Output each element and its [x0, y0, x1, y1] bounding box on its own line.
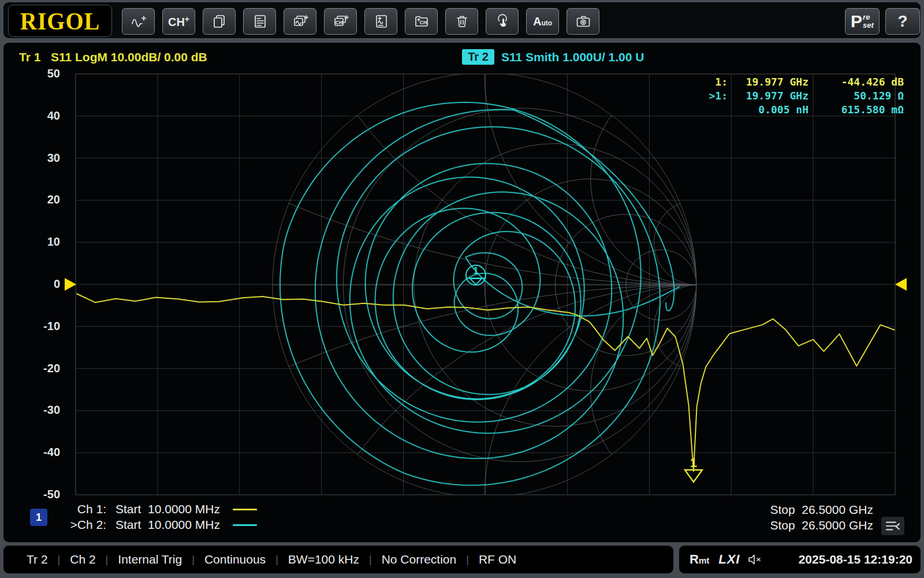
status-item-internal-trig[interactable]: Internal Trig: [118, 553, 182, 566]
status-bar: Tr 2|Ch 2|Internal Trig|Continuous|BW=10…: [3, 546, 673, 573]
marker-readout-label-3: [679, 103, 728, 116]
report-button[interactable]: [243, 8, 276, 35]
help-icon: ?: [897, 13, 907, 29]
channel-start: Start 10.0000 MHz: [116, 518, 220, 532]
trace-color-swatch: [233, 524, 257, 526]
trace2-info: S11 Smith 1.000U/ 1.00 U: [501, 50, 644, 64]
y-tick--50: -50: [18, 488, 60, 501]
status-item-no-correction[interactable]: No Correction: [382, 553, 457, 566]
display-area: [3, 43, 921, 542]
rigol-logo: RIGOL: [8, 5, 112, 37]
channel-stop-2: Stop 26.5000 GHz: [752, 518, 873, 532]
delete-button[interactable]: [445, 8, 478, 35]
page-badge[interactable]: 1: [30, 509, 47, 526]
win-wave-icon: [292, 14, 308, 29]
y-tick-50: 50: [18, 67, 60, 80]
y-tick-40: 40: [18, 109, 60, 123]
touch-button[interactable]: [486, 8, 519, 35]
preset-icon: P re set: [851, 13, 874, 30]
status-item-tr-2[interactable]: Tr 2: [27, 553, 48, 566]
status-separator: |: [58, 554, 61, 566]
status-separator: |: [466, 554, 469, 566]
copy-trace-button[interactable]: [203, 8, 236, 35]
y-tick--30: -30: [18, 403, 60, 417]
marker-readout-value-2: 50.129 Ω: [808, 89, 904, 102]
status-separator: |: [192, 554, 195, 566]
screenshot-button[interactable]: [567, 8, 599, 35]
window-trace-add-button[interactable]: [284, 8, 316, 35]
y-tick--40: -40: [18, 446, 60, 459]
channel-add-button[interactable]: CH+: [162, 8, 195, 35]
system-status-bar: Rmt LXI 2025-08-15 12:19:20: [679, 546, 921, 573]
copy-icon: [211, 14, 228, 29]
marker-readout-freq-3: 0.005 nH: [728, 103, 808, 116]
marker-readout-value-1: -44.426 dB: [808, 75, 904, 88]
y-tick-20: 20: [18, 193, 60, 206]
auto-scale-label: Auto: [533, 16, 552, 27]
y-tick--20: -20: [18, 362, 60, 375]
trace2-label[interactable]: Tr 2: [462, 49, 494, 65]
camera-icon: [575, 14, 591, 29]
collapse-menu-button[interactable]: [881, 517, 904, 535]
channel-stop-1: Stop 26.5000 GHz: [752, 503, 873, 517]
marker-readout-label-1: 1:: [679, 75, 728, 88]
channel-start: Start 10.0000 MHz: [116, 502, 220, 516]
marker-readout-value-3: 615.580 mΩ: [808, 103, 904, 116]
setup-trace-button[interactable]: [364, 8, 397, 35]
trace-color-swatch: [233, 509, 257, 510]
svg-text:CH: CH: [419, 20, 426, 25]
status-separator: |: [369, 554, 372, 566]
status-separator: |: [106, 554, 109, 566]
marker-readout-freq-1: 19.977 GHz: [728, 75, 808, 88]
help-button[interactable]: ?: [885, 8, 920, 35]
rigol-logo-text: RIGOL: [20, 6, 100, 36]
collapse-icon: [884, 520, 901, 532]
touch-icon: [494, 14, 511, 29]
status-item-ch-2[interactable]: Ch 2: [70, 553, 95, 566]
vna-screen: RIGOL CH+CHCHAuto P re set ? 11 Tr 1 S11…: [0, 0, 924, 578]
channel-label: >Ch 2:: [65, 518, 106, 532]
file-channel-button[interactable]: CH: [405, 8, 438, 35]
status-item-bw-100-khz[interactable]: BW=100 kHz: [288, 553, 359, 566]
clip-wave-icon: [373, 14, 389, 29]
channel-row-1: Ch 1:Start 10.0000 MHz: [65, 502, 257, 517]
trace-add-button[interactable]: [122, 8, 155, 35]
channel-row-2: >Ch 2:Start 10.0000 MHz: [65, 517, 257, 532]
preset-button[interactable]: P re set: [845, 8, 880, 35]
y-tick-0: 0: [18, 277, 60, 291]
y-tick-10: 10: [18, 235, 60, 249]
status-item-continuous[interactable]: Continuous: [204, 553, 266, 566]
window-channel-add-button[interactable]: CH: [324, 8, 357, 35]
marker-readout: 1:19.977 GHz-44.426 dB>1:19.977 GHz50.12…: [679, 75, 904, 116]
svg-text:CH: CH: [335, 20, 342, 25]
channel-label: Ch 1:: [65, 502, 106, 516]
report-icon: [252, 14, 268, 29]
status-item-rf-on[interactable]: RF ON: [479, 553, 516, 566]
win-ch-icon: CH: [333, 14, 349, 29]
y-tick--10: -10: [18, 320, 60, 333]
auto-scale-button[interactable]: Auto: [526, 8, 559, 35]
wave-plus-icon: [131, 14, 147, 29]
toolbar: RIGOL CH+CHCHAuto P re set ?: [3, 2, 921, 38]
marker-readout-freq-2: 19.977 GHz: [728, 89, 808, 102]
y-tick-30: 30: [18, 151, 60, 165]
speaker-muted-icon[interactable]: [748, 553, 763, 566]
trace1-info: S11 LogM 10.00dB/ 0.00 dB: [51, 50, 207, 64]
marker-readout-label-2: >1:: [679, 89, 728, 102]
status-separator: |: [275, 554, 278, 566]
folder-ch-icon: CH: [413, 14, 430, 29]
channel-add-label: CH+: [168, 15, 189, 28]
trash-icon: [454, 14, 470, 29]
trace1-label[interactable]: Tr 1: [19, 50, 40, 64]
datetime: 2025-08-15 12:19:20: [799, 553, 912, 566]
remote-indicator: Rmt: [690, 552, 709, 567]
lxi-indicator: LXI: [718, 552, 740, 567]
